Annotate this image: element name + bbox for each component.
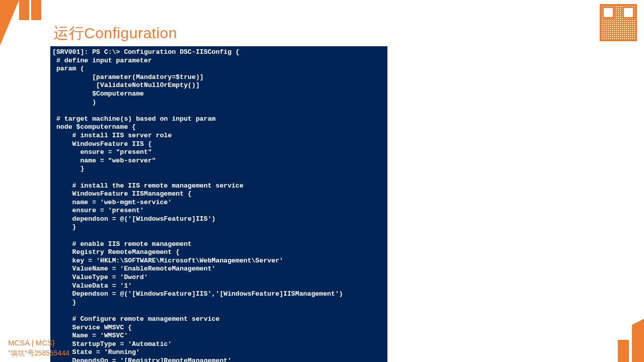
footer-line2: "填坑"号258555444	[8, 348, 69, 358]
decoration-bar	[19, 0, 29, 20]
footer-line1: MCSA | MCS}	[8, 338, 69, 348]
decoration-triangle	[0, 0, 19, 45]
decoration-bar	[618, 340, 629, 362]
powershell-console: [SRV001]: PS C:\> Configuration DSC-IISC…	[50, 46, 387, 362]
qr-code	[600, 4, 637, 41]
slide-title: 运行Configuration	[53, 23, 177, 44]
decoration-bar	[31, 0, 41, 20]
decoration-top-left	[0, 0, 45, 30]
decoration-bar	[632, 325, 644, 362]
footer: MCSA | MCS} "填坑"号258555444	[8, 338, 69, 358]
